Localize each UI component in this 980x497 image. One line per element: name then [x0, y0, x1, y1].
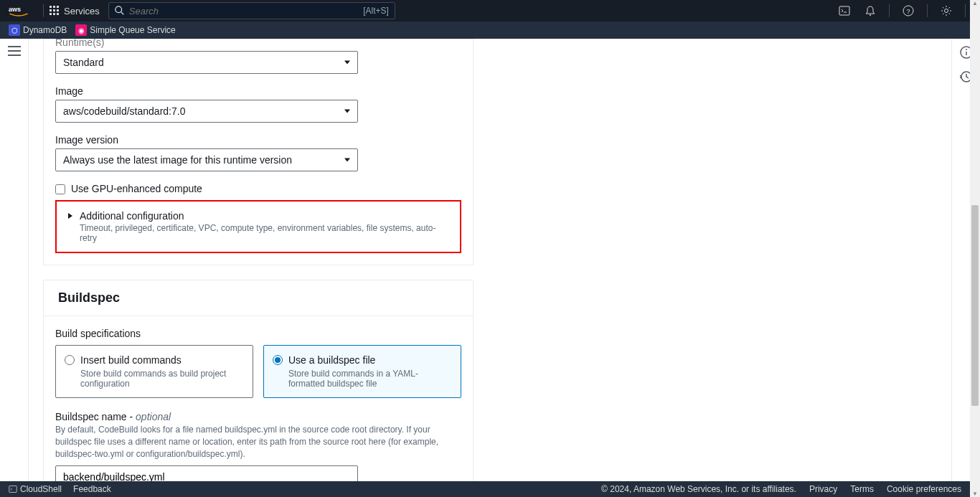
- svg-text:aws: aws: [9, 6, 21, 13]
- sqs-icon: ◉: [75, 24, 87, 36]
- image-select[interactable]: aws/codebuild/standard:7.0: [55, 100, 358, 123]
- svg-point-14: [870, 14, 871, 16]
- cloudshell-icon-button[interactable]: [831, 0, 857, 22]
- svg-rect-6: [57, 9, 59, 11]
- svg-point-10: [116, 6, 122, 13]
- grid-icon: [50, 6, 60, 16]
- image-version-select[interactable]: Always use the latest image for this run…: [55, 148, 358, 171]
- scrollbar-thumb[interactable]: [971, 205, 979, 406]
- aws-logo[interactable]: aws: [9, 4, 29, 17]
- left-rail: [0, 39, 29, 481]
- runtime-label: Runtime(s): [55, 39, 461, 48]
- global-search[interactable]: [Alt+S]: [108, 2, 395, 19]
- svg-line-11: [121, 12, 124, 15]
- gpu-label: Use GPU-enhanced compute: [71, 183, 202, 194]
- favorite-sqs[interactable]: ◉ Simple Queue Service: [75, 24, 175, 36]
- search-input[interactable]: [129, 6, 363, 16]
- buildspec-name-input[interactable]: [55, 465, 358, 481]
- build-specs-label: Build specifications: [55, 328, 461, 339]
- svg-rect-3: [57, 6, 59, 8]
- gpu-checkbox[interactable]: [55, 184, 65, 194]
- tile-desc: Store build commands as build project co…: [80, 369, 244, 389]
- buildspec-panel: Buildspec Build specifications Insert bu…: [43, 280, 473, 481]
- search-shortcut: [Alt+S]: [363, 6, 389, 16]
- main-content: Runtime(s) Standard Image aws/codebuild/…: [29, 39, 951, 481]
- notifications-icon-button[interactable]: [857, 0, 883, 22]
- svg-rect-5: [53, 9, 55, 11]
- tile-title: Use a buildspec file: [288, 354, 375, 366]
- favorite-label: DynamoDB: [23, 25, 67, 35]
- svg-rect-12: [839, 6, 849, 15]
- svg-rect-7: [50, 13, 52, 15]
- svg-rect-8: [53, 13, 55, 15]
- svg-rect-1: [50, 6, 52, 8]
- svg-rect-2: [53, 6, 55, 8]
- additional-config-desc: Timeout, privileged, certificate, VPC, c…: [80, 223, 448, 243]
- additional-configuration-expander[interactable]: Additional configuration Timeout, privil…: [55, 200, 461, 253]
- svg-rect-9: [57, 13, 59, 15]
- favorite-label: Simple Queue Service: [90, 25, 175, 35]
- environment-panel: Runtime(s) Standard Image aws/codebuild/…: [43, 39, 473, 265]
- use-buildspec-file-tile[interactable]: Use a buildspec file Store build command…: [263, 345, 461, 398]
- svg-rect-4: [50, 9, 52, 11]
- buildspec-header: Buildspec: [44, 280, 473, 316]
- buildspec-name-help: By default, CodeBuild looks for a file n…: [55, 424, 461, 460]
- search-icon: [115, 6, 125, 16]
- image-label: Image: [55, 85, 461, 97]
- buildspec-name-label: Buildspec name - optional: [55, 411, 461, 422]
- radio-icon: [65, 355, 75, 365]
- services-label: Services: [64, 6, 100, 16]
- hamburger-menu[interactable]: [8, 46, 21, 56]
- top-nav: aws Services [Alt+S] ?: [0, 0, 980, 22]
- additional-config-title: Additional configuration: [80, 210, 184, 222]
- settings-icon-button[interactable]: [933, 0, 959, 22]
- svg-point-20: [966, 49, 967, 50]
- gpu-checkbox-row[interactable]: Use GPU-enhanced compute: [55, 183, 461, 194]
- runtime-select[interactable]: Standard: [55, 51, 358, 74]
- services-menu[interactable]: Services: [50, 6, 100, 16]
- insert-build-commands-tile[interactable]: Insert build commands Store build comman…: [55, 345, 253, 398]
- image-version-label: Image version: [55, 134, 461, 146]
- dynamodb-icon: ⬡: [9, 24, 20, 36]
- svg-point-17: [945, 9, 948, 13]
- radio-icon: [273, 355, 283, 365]
- outer-scrollbar[interactable]: ▲ ▼: [970, 0, 980, 481]
- svg-text:?: ?: [907, 8, 910, 15]
- help-icon-button[interactable]: ?: [895, 0, 921, 22]
- tile-desc: Store build commands in a YAML-formatted…: [288, 369, 452, 389]
- favorite-dynamodb[interactable]: ⬡ DynamoDB: [9, 24, 67, 36]
- favorites-bar: ⬡ DynamoDB ◉ Simple Queue Service: [0, 22, 980, 39]
- tile-title: Insert build commands: [80, 354, 182, 366]
